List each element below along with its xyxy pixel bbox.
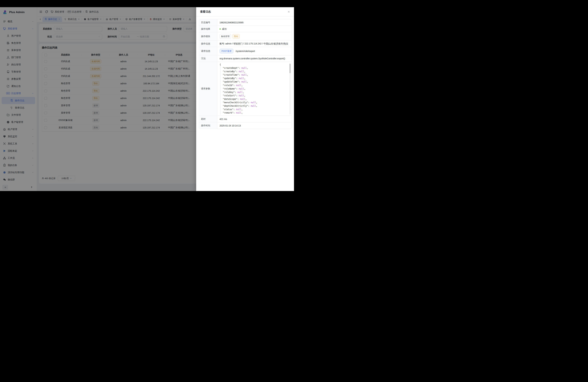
field-label: 操作模块 — [199, 32, 217, 40]
close-icon[interactable] — [288, 10, 290, 13]
field-value-方法: org.dromara.system.controller.system.Sys… — [217, 55, 292, 62]
drawer-field-row: 操作模块角色管理导出 — [199, 32, 292, 41]
success-dot-icon — [220, 28, 221, 30]
request-params-code: {"createDept": null,"createBy": null,"cr… — [220, 63, 288, 115]
status-text: 成功 — [222, 28, 227, 31]
drawer-field-row: 日志编号1882612840802115585 — [199, 19, 292, 26]
drawer-field-row: 操作时间2025-01-24 10:14:13 — [199, 122, 292, 129]
field-value-操作信息: 账号: admin / 研发部门 / 222.175.114.242 / 中国|… — [217, 41, 292, 47]
field-value-请求参数: {"createDept": null,"createBy": null,"cr… — [217, 62, 292, 116]
field-label: 请求信息 — [199, 47, 217, 55]
drawer-body: 日志编号1882612840802115585操作结果成功操作模块角色管理导出操… — [196, 17, 294, 131]
json-line: "roleKey": null, — [223, 90, 288, 94]
http-method-tag: POST请求 — [220, 49, 233, 53]
field-label: 操作时间 — [199, 122, 217, 129]
json-line: "dataScope": null, — [223, 97, 288, 101]
field-label: 方法 — [199, 55, 217, 62]
json-line: "menuCheckStrictly": null, — [223, 101, 288, 104]
module-tag: 导出 — [232, 34, 240, 39]
drawer-field-row: 请求参数{"createDept": null,"createBy": null… — [199, 62, 292, 116]
json-line: "updateTime": null, — [223, 80, 288, 84]
view-log-drawer: 查看日志 日志编号1882612840802115585操作结果成功操作模块角色… — [196, 7, 294, 191]
field-value-请求信息: POST请求/system/role/export — [217, 47, 292, 55]
json-indent-guide: "createDept": null,"createBy": null,"cre… — [220, 66, 288, 115]
request-url: /system/role/export — [235, 50, 255, 52]
screen-top-bezel — [0, 0, 294, 7]
field-value-耗时: 421 ms — [217, 116, 292, 122]
json-line: "roleId": null, — [223, 84, 288, 87]
drawer-header: 查看日志 — [196, 7, 294, 17]
field-label: 操作信息 — [199, 41, 217, 47]
json-line: "status": null, — [223, 108, 288, 111]
json-line: "remark": null, — [223, 111, 288, 115]
drawer-field-row: 请求信息POST请求/system/role/export — [199, 47, 292, 55]
json-line: "createTime": null, — [223, 73, 288, 77]
drawer-field-row: 耗时421 ms — [199, 116, 292, 122]
field-value-日志编号: 1882612840802115585 — [217, 19, 292, 26]
drawer-field-row: 方法org.dromara.system.controller.system.S… — [199, 55, 292, 62]
field-value-操作时间: 2025-01-24 10:14:13 — [217, 122, 292, 129]
json-line: "deptCheckStrictly": null, — [223, 104, 288, 108]
scrollbar-thumb[interactable] — [289, 64, 291, 73]
json-line: "roleName": null, — [223, 87, 288, 90]
json-line: "createDept": null, — [223, 66, 288, 70]
screen: Plus Admin 概览系统管理用户管理角色管理菜单管理部门管理岗位管理字典管… — [0, 0, 294, 191]
log-detail-table: 日志编号1882612840802115585操作结果成功操作模块角色管理导出操… — [199, 19, 292, 129]
field-label: 日志编号 — [199, 19, 217, 26]
drawer-field-row: 操作信息账号: admin / 研发部门 / 222.175.114.242 /… — [199, 41, 292, 47]
json-line: "createBy": null, — [223, 70, 288, 73]
drawer-title: 查看日志 — [200, 10, 211, 14]
field-label: 请求参数 — [199, 62, 217, 116]
json-line: "roleSort": null, — [223, 94, 288, 97]
field-label: 耗时 — [199, 116, 217, 122]
field-value-操作模块: 角色管理导出 — [217, 32, 292, 40]
drawer-field-row: 操作结果成功 — [199, 26, 292, 32]
field-value-操作结果: 成功 — [217, 26, 292, 32]
field-label: 操作结果 — [199, 26, 217, 32]
drawer-overlay[interactable] — [0, 7, 196, 191]
module-tag: 角色管理 — [220, 34, 231, 39]
json-line: "updateBy": null, — [223, 77, 288, 80]
